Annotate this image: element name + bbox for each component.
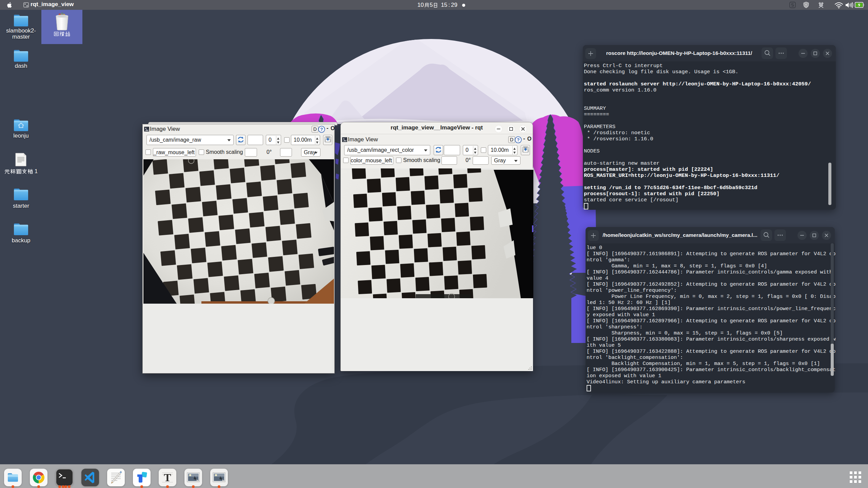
- svg-text:T: T: [164, 471, 171, 484]
- svg-text:?: ?: [517, 137, 520, 142]
- svg-text:?: ?: [320, 127, 323, 132]
